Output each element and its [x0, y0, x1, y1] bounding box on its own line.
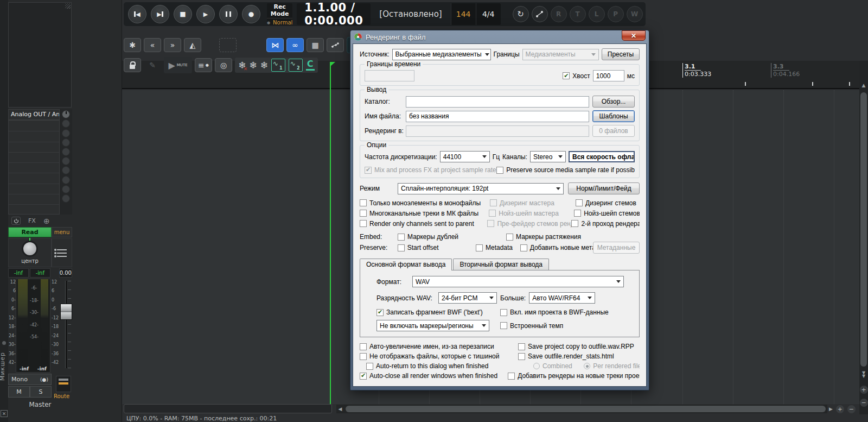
format-dropdown[interactable]: WAV	[412, 276, 624, 287]
zoom-out-horizontal-icon[interactable]: −	[847, 405, 856, 413]
cancel-button[interactable]: Отмена	[590, 386, 640, 387]
filename-input[interactable]: без названия	[406, 111, 589, 122]
crossfade-icon[interactable]: ⋈	[266, 38, 284, 52]
pencil-icon[interactable]: ✎	[144, 58, 161, 72]
peak-readout-left[interactable]: -inf	[8, 268, 29, 278]
templates-button[interactable]: Шаблоны	[592, 110, 635, 122]
zoom-in-vertical-icon[interactable]: +	[860, 386, 868, 394]
metronome-icon[interactable]: ◭	[184, 38, 201, 52]
stretch-markers-checkbox[interactable]: Маркеры растяжения	[506, 233, 581, 241]
embedded-tempo-checkbox[interactable]: Встроенный темп	[500, 322, 563, 330]
crop-icon[interactable]: C	[306, 60, 315, 71]
horizontal-scroll-thumb[interactable]	[346, 406, 826, 412]
dry-run-button[interactable]: Dry run (no output)	[457, 386, 515, 387]
resize-grip[interactable]	[65, 3, 71, 9]
peak-readout-right[interactable]: -inf	[30, 268, 50, 278]
render-speed-dropdown[interactable]: Вся скорость офлайн	[569, 151, 635, 162]
mode-p-button[interactable]: P	[608, 6, 624, 22]
rec-mode-selector[interactable]: Rec Mode Normal	[267, 3, 292, 25]
play-mute-icon[interactable]: ▶MUTE	[164, 57, 192, 73]
mixer-menu-button[interactable]: menu	[52, 227, 72, 237]
loop-source-icon[interactable]: ◎	[215, 58, 232, 72]
auto-increment-checkbox[interactable]: Авто-увеличение имен, из-за перезаписи	[360, 343, 518, 350]
mix-fx-checkbox[interactable]: Mix and process FX at project sample rat…	[365, 166, 496, 174]
dither-stems-checkbox[interactable]: Дизеринг стемов	[576, 199, 636, 207]
time-signature-display[interactable]: 4/4	[476, 3, 501, 25]
fx-power-icon[interactable]	[11, 217, 21, 225]
browse-button[interactable]: Обзор...	[592, 96, 635, 108]
render-item-1-icon[interactable]: 1	[271, 59, 285, 72]
metadata-checkbox[interactable]: Metadata	[476, 244, 520, 251]
automation-read-button[interactable]: Read	[8, 227, 52, 237]
zoom-out-vertical-icon[interactable]: −	[860, 399, 868, 407]
volume-readout[interactable]: 0.00	[59, 268, 72, 278]
unfreeze-icon[interactable]: ❄	[238, 60, 246, 71]
scroll-down-icon[interactable]: ▼▼	[859, 371, 868, 379]
scroll-up-icon[interactable]: ▲	[859, 61, 868, 88]
tab-primary-format[interactable]: Основной формат вывода	[360, 259, 452, 270]
markers-regions-dropdown[interactable]: Не включать маркеры/регионы	[376, 320, 489, 331]
save-settings-button[interactable]: Save settings	[404, 386, 454, 387]
scroll-left-icon[interactable]: ◀	[336, 406, 344, 412]
tab-secondary-format[interactable]: Вторичный формат вывода	[453, 259, 549, 270]
pause-button[interactable]	[219, 5, 238, 23]
zoom-in-horizontal-icon[interactable]: +	[836, 405, 844, 413]
stop-button[interactable]: ■	[174, 5, 192, 23]
noise-shape-stems-checkbox[interactable]: Нойз-шейп стемов	[574, 210, 640, 217]
mode-l-button[interactable]: L	[589, 6, 605, 22]
presets-button[interactable]: Пресеты	[602, 48, 640, 60]
undo-icon[interactable]: «	[144, 38, 161, 52]
horizontal-scrollbar[interactable]: ◀	[336, 405, 827, 413]
stats-per-file-radio[interactable]: Per rendered file	[584, 362, 640, 370]
grid-icon[interactable]: ▦	[307, 38, 324, 52]
edit-cursor[interactable]	[330, 62, 331, 404]
files-button[interactable]: 0 файлов	[592, 125, 635, 137]
metadata-button[interactable]: Метаданные	[593, 242, 640, 254]
freeze-icon[interactable]: ❄	[249, 60, 257, 71]
prefader-stems-checkbox[interactable]: Пре-фейдер стемов рендер	[487, 220, 571, 228]
directory-input[interactable]	[406, 96, 589, 108]
mode-w-button[interactable]: W	[627, 6, 643, 22]
send-knob[interactable]	[62, 194, 70, 203]
add-fx-icon[interactable]: ⊕	[43, 217, 50, 225]
vertical-scroll-thumb[interactable]	[860, 92, 867, 367]
source-dropdown[interactable]: Выбранные медиаэлементы	[392, 49, 491, 60]
master-track-label[interactable]: Master	[8, 401, 72, 408]
mono-files-checkbox[interactable]: Только моноэлементы в монофайлы	[360, 199, 490, 207]
add-renders-to-tracks-checkbox[interactable]: Добавить рендеры на новые треки проекта	[508, 372, 640, 380]
dither-master-checkbox[interactable]: Дизеринг мастера	[490, 199, 576, 207]
bwf-checkbox[interactable]: Записать фрагмент BWF ('bext')	[376, 308, 500, 316]
lock-icon[interactable]	[124, 58, 141, 72]
close-icon[interactable]: ✕	[622, 30, 646, 41]
parent-channels-checkbox[interactable]: Render only channels sent to parent	[360, 220, 487, 228]
send-knob[interactable]	[62, 138, 70, 147]
send-knob[interactable]	[62, 148, 70, 156]
project-name-bwf-checkbox[interactable]: Вкл. имя проекта в BWF-данные	[500, 308, 609, 316]
envelope-points-icon[interactable]	[327, 38, 344, 52]
stats-combined-radio[interactable]: Combined	[533, 362, 584, 370]
repeat-button[interactable]: ↻	[513, 6, 529, 22]
master-solo-button[interactable]: S	[30, 386, 52, 398]
start-offset-checkbox[interactable]: Start offset	[398, 244, 476, 251]
mono-button[interactable]: Mono (●)	[8, 374, 52, 385]
docker-handle[interactable]	[2, 341, 6, 345]
channels-dropdown[interactable]: Stereo	[530, 151, 566, 162]
output-routing-label[interactable]: Analog OUT / An	[8, 109, 60, 120]
tail-checkbox-box[interactable]	[563, 72, 570, 79]
dialog-title-bar[interactable]: Рендеринг в файл ✕	[353, 30, 647, 43]
vertical-scrollbar[interactable]: ▲ ▼▼ + −	[859, 61, 868, 422]
pan-knob[interactable]	[22, 241, 38, 257]
send-slots[interactable]	[8, 120, 60, 215]
play-button[interactable]: ▶	[196, 5, 215, 23]
scroll-right-icon[interactable]: ▶	[829, 406, 833, 412]
master-mute-button[interactable]: M	[8, 386, 30, 398]
item-list-icon[interactable]: ≡●	[195, 58, 212, 72]
routing-button[interactable]	[52, 238, 72, 267]
render-item-2-icon[interactable]: 2	[289, 59, 303, 72]
add-metadata-checkbox[interactable]: Добавить новые мета	[520, 244, 593, 251]
settings-gear-icon[interactable]: ✱	[124, 38, 141, 52]
take-markers-checkbox[interactable]: Маркеры дублей	[398, 233, 506, 241]
auto-close-checkbox[interactable]: Auto-close all render windows when finis…	[360, 372, 508, 380]
render-button[interactable]: Рендер (файлов нет)	[518, 386, 586, 387]
route-label[interactable]: Route	[54, 393, 69, 399]
